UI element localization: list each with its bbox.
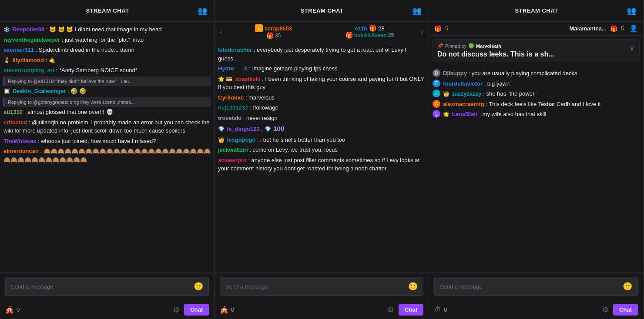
msg-text: :: [261, 126, 264, 132]
list-item: 💎 le_dingo123 : 💎 100: [218, 124, 425, 134]
prev-nav[interactable]: ‹: [218, 27, 224, 37]
username[interactable]: answerpro: [218, 157, 247, 163]
emoji-icon-2[interactable]: 🙂: [408, 282, 418, 291]
username[interactable]: fourdeltavictor: [443, 80, 483, 87]
panel3-topbar: 🎁 5 Malamanteа... 🎁 5 👤: [429, 22, 643, 36]
pin-icon: 📌: [437, 43, 443, 49]
list-item: F fourdeltavictor : big yawn: [433, 80, 640, 88]
badge: 🎖️: [3, 56, 10, 64]
username[interactable]: le_dingo123: [227, 126, 260, 132]
chat-input-wrapper-2[interactable]: Send a message 🙂: [220, 277, 423, 296]
list-item: rayventhegatekeeper : just watching for …: [3, 36, 211, 44]
sub-count-value-3: 25: [388, 32, 394, 38]
badge-diamond: 💎: [218, 125, 225, 133]
username[interactable]: ati1310: [3, 109, 23, 115]
gear-icon-2[interactable]: ⚙: [387, 305, 394, 315]
panel2-messages: kitedcrusher : everybody just desperatel…: [215, 42, 429, 272]
badge-crown: 👑: [218, 136, 225, 144]
avatar: D: [433, 69, 440, 77]
username[interactable]: trovetski: [218, 115, 242, 121]
username[interactable]: jackwaltzin: [218, 146, 248, 153]
username[interactable]: critacted: [3, 119, 27, 126]
msg-text: : Spiderclimb dread in the nude... damn: [36, 47, 134, 53]
timer-icon-3: ⏱: [434, 306, 441, 314]
username[interactable]: lesgopogo: [227, 136, 256, 143]
chat-input-wrapper-1[interactable]: Send a message 🙂: [5, 277, 209, 296]
list-item: critacted : @julianqin no problem, i pro…: [3, 118, 211, 135]
highlight-number: 100: [273, 125, 284, 132]
list-item: 🌟 💳 xbasiliski : I been thinking of taki…: [218, 75, 425, 92]
username[interactable]: LensBlair: [452, 111, 478, 117]
chat-button-3[interactable]: Chat: [613, 304, 638, 316]
list-item: Hydro___X : imagine gotham playing fps c…: [218, 64, 425, 73]
username[interactable]: Hydro___X: [218, 65, 248, 72]
footer-left-2: 🎪 0: [220, 306, 234, 314]
username[interactable]: DjIsuppy: [443, 70, 467, 76]
msg-text: : almost glossed that one over!!! 💀: [24, 109, 113, 115]
list-item: stevenrumping_art : *Andy Samberg NOICE …: [3, 66, 211, 75]
badge-gem: 💎: [265, 125, 271, 133]
gear-icon-3[interactable]: ⚙: [602, 305, 609, 315]
p3-count-left: 5: [445, 25, 448, 32]
footer-left-3: ⏱ 0: [434, 306, 447, 314]
users-icon-3[interactable]: 👥: [627, 6, 636, 16]
avatar: L: [433, 110, 440, 118]
p3-username: Malamanteа...: [570, 25, 607, 32]
sub-user-2: ez1h 🎁 28 🎁 bobAKAsean 25: [323, 25, 416, 39]
username[interactable]: Deekin_Scalesinger: [13, 88, 66, 94]
sub-count-2: 🎁 bobAKAsean 25: [345, 32, 394, 39]
msg-text: : marvelous: [245, 94, 275, 101]
msg-text: : come on Levy, we trust you, focus: [249, 146, 338, 153]
panel2-footer: 🎪 0 ⚙ Chat: [215, 300, 429, 319]
username[interactable]: xbasiliski: [235, 76, 261, 82]
username[interactable]: TheWhiskaz: [3, 138, 36, 144]
chat-button-2[interactable]: Chat: [399, 304, 423, 316]
username[interactable]: zazzyzazzy: [452, 90, 482, 97]
username[interactable]: kitedcrusher: [218, 47, 252, 53]
users-icon-2[interactable]: 👥: [412, 6, 422, 16]
pinner-name: Marvoleath: [476, 43, 501, 49]
msg-text: : 🤣 🤣: [67, 88, 86, 94]
input-placeholder-1: Send a message: [11, 283, 194, 290]
avatar: A: [433, 100, 440, 108]
msg-text: : anyone else just post filler comments …: [218, 157, 419, 172]
chevron-down-icon[interactable]: ∨: [629, 43, 635, 53]
chat-button-1[interactable]: Chat: [184, 304, 209, 316]
username[interactable]: hej1231237: [218, 104, 248, 111]
viewer-count-3: 0: [444, 306, 447, 313]
sub-count-value-1: 35: [275, 33, 281, 39]
username[interactable]: axeman311: [3, 47, 34, 53]
chat-input-wrapper-3[interactable]: Send a message 🙂: [434, 277, 638, 296]
username[interactable]: lilydiamond: [13, 57, 44, 63]
username[interactable]: rayventhegatekeeper: [3, 37, 60, 43]
panel2-title: STREAM CHAT: [232, 7, 412, 14]
next-nav[interactable]: ›: [419, 27, 425, 37]
pinner-badge: 🟢: [468, 43, 474, 49]
emoji-icon-1[interactable]: 🙂: [194, 282, 203, 291]
gear-icon-1[interactable]: ⚙: [173, 305, 180, 315]
username[interactable]: stevenrumping_art: [3, 67, 54, 73]
username[interactable]: Despoiler98: [13, 26, 45, 33]
list-item: Replying to @gotanygrapes: omg they were…: [3, 97, 211, 116]
pinned-by-text: Pinned by: [445, 43, 466, 49]
username[interactable]: elmerduncan: [3, 148, 39, 154]
users-icon-1[interactable]: 👥: [198, 6, 207, 16]
panel2-subheader: ‹ 1 scrap8653 🎁 35 ez1h 🎁 28 🎁 bobAKAsea…: [215, 22, 429, 42]
msg-text: : big yawn: [484, 80, 510, 87]
gift-icon-p3-left: 🎁: [434, 25, 442, 32]
username[interactable]: Cyrilouxe: [218, 94, 244, 101]
msg-text: : !followage: [250, 104, 278, 111]
sub-count-value-2: 28: [378, 25, 384, 32]
panel3-input-area: Send a message 🙂: [429, 272, 643, 300]
panel3-title: STREAM CHAT: [446, 7, 627, 14]
msg-text: : @julianqin no problem, i probably made…: [3, 119, 210, 134]
list-item: Z 👑 zazzyzazzy : she has "the power": [433, 90, 640, 98]
username[interactable]: alexmacraemtg: [443, 101, 484, 107]
msg-text: : i bet he smells better than you too: [257, 136, 345, 143]
list-item: kitedcrusher : everybody just desperatel…: [218, 46, 425, 63]
list-item: D DjIsuppy : you are usually playing com…: [433, 69, 640, 78]
emoji-icon-3[interactable]: 🙂: [623, 282, 632, 291]
crowd-icon-2: 🎪: [220, 306, 228, 314]
list-item: TheWhiskaz : whoops just joined, how muc…: [3, 137, 211, 146]
gift-icon-p3-right: 🎁: [610, 25, 617, 32]
